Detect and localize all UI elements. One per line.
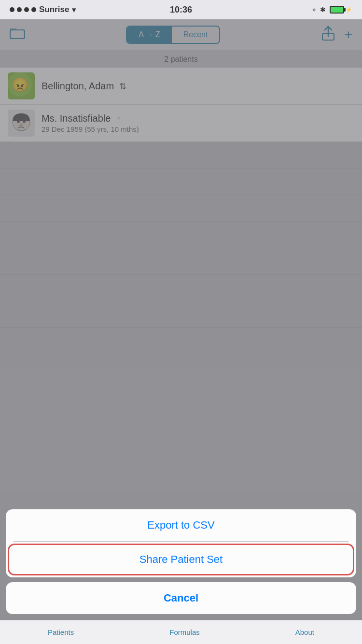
carrier-name: Sunrise <box>39 5 69 14</box>
tab-bar: Patients Formulas About <box>0 620 362 644</box>
battery-container: ⚡ <box>330 6 352 14</box>
battery-icon <box>330 6 344 14</box>
share-patient-set-button[interactable]: Share Patient Set <box>8 544 354 575</box>
tab-formulas[interactable]: Formulas <box>169 628 200 636</box>
wifi-icon: ▾ <box>72 5 76 15</box>
signal-dots <box>10 7 36 12</box>
status-right: ⌖ ✱ ⚡ <box>312 6 352 14</box>
cancel-button[interactable]: Cancel <box>6 582 356 614</box>
bluetooth-icon: ✱ <box>320 6 326 14</box>
status-bar: Sunrise ▾ 10:36 ⌖ ✱ ⚡ <box>0 0 362 19</box>
status-time: 10:36 <box>170 5 192 15</box>
action-group-cancel: Cancel <box>6 582 356 614</box>
tab-about[interactable]: About <box>295 628 314 636</box>
battery-charging-icon: ⚡ <box>346 7 352 13</box>
action-sheet: Export to CSV Share Patient Set Cancel <box>0 509 362 620</box>
export-csv-button[interactable]: Export to CSV <box>6 509 356 541</box>
status-left: Sunrise ▾ <box>10 5 76 15</box>
tab-patients[interactable]: Patients <box>48 628 74 636</box>
action-group-main: Export to CSV Share Patient Set <box>6 509 356 577</box>
main-content: A → Z Recent + 2 patients 😠 <box>0 19 362 620</box>
action-divider <box>14 541 348 542</box>
location-icon: ⌖ <box>312 6 316 14</box>
